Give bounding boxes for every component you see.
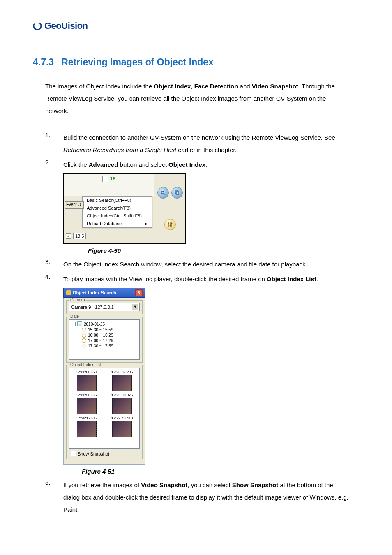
logo-mark-icon <box>33 21 42 30</box>
fig50-bottom-bar: ✓ 13:5 <box>64 229 154 243</box>
svg-point-0 <box>33 21 42 30</box>
section-title: Retrieving Images of Object Index <box>61 57 214 68</box>
time-ranges: 15:30 ~ 15:59 16:00 ~ 16:29 17:00 ~ 17:2… <box>82 327 138 349</box>
event-button[interactable]: Event O <box>65 201 84 209</box>
thumb-cell[interactable]: 17:28:06.571 <box>70 369 103 391</box>
camera-group: Camera Camera 9 - 127.0.0.1 ▼ <box>66 300 143 314</box>
collapse-icon[interactable]: − <box>71 322 76 326</box>
thumb-cell[interactable]: 17:29:17.517 <box>70 415 103 437</box>
window-body: Camera Camera 9 - 127.0.0.1 ▼ Date − <box>63 298 145 465</box>
close-button[interactable]: X <box>135 289 143 296</box>
logo-row: GeoUision: <box>33 21 359 32</box>
thumb-cell[interactable]: 17:29:00.075 <box>106 392 138 414</box>
thumbnail-image <box>112 398 132 414</box>
thumbnail-image <box>112 375 132 391</box>
object-index-search-window: Object Index Search X Camera Camera 9 - … <box>63 288 145 465</box>
step-3: On the Object Index Search window, selec… <box>45 258 351 271</box>
time-range-3[interactable]: 17:00 ~ 17:29 <box>82 338 138 343</box>
figure-4-51: Object Index Search X Camera Camera 9 - … <box>63 288 351 475</box>
fig50-count: 18 <box>110 176 115 182</box>
window-titlebar: Object Index Search X <box>63 288 145 298</box>
step-2: Click the Advanced button and select Obj… <box>45 159 351 171</box>
figure-4-50-caption: Figure 4-50 <box>88 247 351 254</box>
clock-icon <box>82 333 86 338</box>
time-checkbox[interactable]: ✓ <box>66 233 71 239</box>
fig50-window: 18 Event O Basic Search(Ctrl+F8) Advance… <box>63 173 186 244</box>
thumbnail-image <box>77 398 97 414</box>
steps-list-cont: On the Object Index Search window, selec… <box>45 258 351 285</box>
svg-point-2 <box>161 191 164 194</box>
search-round-button[interactable] <box>157 187 169 199</box>
section-number: 4.7.3 <box>33 57 54 68</box>
submenu-arrow-icon: ▶ <box>145 222 148 226</box>
camera-combobox[interactable]: Camera 9 - 127.0.0.1 ▼ <box>69 303 140 311</box>
thumbnail-image-selected <box>77 421 97 437</box>
menu-advanced-search[interactable]: Advanced Search(F8) <box>83 204 152 212</box>
figure-4-51-caption: Figure 4-51 <box>82 468 351 475</box>
svg-point-9 <box>169 225 171 226</box>
svg-point-7 <box>168 223 169 224</box>
context-menu: Basic Search(Ctrl+F8) Advanced Search(F8… <box>82 196 152 228</box>
thumb-cell[interactable]: 17:28:56.627 <box>70 392 103 414</box>
step-5: If you retrieve the images of Video Snap… <box>45 479 351 516</box>
object-index-list-group: Object Index List 17:28:06.571 17:28:07.… <box>66 365 143 459</box>
menu-reload-database[interactable]: Reload Database ▶ <box>83 220 152 227</box>
camera-value: Camera 9 - 127.0.0.1 <box>71 305 114 310</box>
thumbnail-image <box>77 375 97 391</box>
list-group-label: Object Index List <box>69 363 102 367</box>
show-snapshot-checkbox[interactable] <box>71 451 76 456</box>
camera-group-label: Camera <box>69 298 86 302</box>
clock-icon <box>82 338 86 343</box>
date-node[interactable]: − 2010-01-25 <box>71 321 138 326</box>
svg-line-3 <box>164 193 165 195</box>
thumb-cell[interactable]: 17:28:07.205 <box>106 369 138 391</box>
date-tree[interactable]: − 2010-01-25 15:30 ~ 15:59 16:00 ~ 16:29… <box>69 319 140 360</box>
step-1: Build the connection to another GV-Syste… <box>45 132 351 156</box>
window-title: Object Index Search <box>73 290 116 295</box>
step-4: To play images with the ViewLog player, … <box>45 273 351 285</box>
svg-point-11 <box>171 223 172 224</box>
dropdown-arrow-icon: ▼ <box>132 304 138 310</box>
menu-basic-search[interactable]: Basic Search(Ctrl+F8) <box>83 197 152 204</box>
intro-paragraph: The images of Object Index include the O… <box>45 80 351 117</box>
steps-list-cont2: If you retrieve the images of Video Snap… <box>45 479 351 516</box>
svg-rect-5 <box>176 192 179 194</box>
fig50-top-bar: 18 <box>64 174 154 196</box>
show-snapshot-row: Show Snapshot <box>69 451 140 456</box>
date-group: Date − 2010-01-25 15:30 ~ 15:59 16:00 ~ … <box>66 317 143 363</box>
thumbnail-image <box>112 421 132 437</box>
calendar-icon <box>102 176 108 182</box>
time-range-2[interactable]: 16:00 ~ 16:29 <box>82 333 138 338</box>
section-heading: 4.7.3 Retrieving Images of Object Index <box>33 57 359 68</box>
show-snapshot-label: Show Snapshot <box>78 451 109 456</box>
logo-text: GeoUision: <box>44 21 89 31</box>
svg-point-1 <box>39 23 41 25</box>
fig50-left-panel: 18 Event O Basic Search(Ctrl+F8) Advance… <box>64 174 154 243</box>
page: GeoUision: 4.7.3 Retrieving Images of Ob… <box>0 0 392 555</box>
date-group-label: Date <box>69 314 80 319</box>
thumb-cell[interactable]: 17:29:43.413 <box>106 415 138 437</box>
settings-round-button[interactable] <box>164 219 176 230</box>
figure-4-50: 18 Event O Basic Search(Ctrl+F8) Advance… <box>63 173 351 254</box>
time-range-1[interactable]: 15:30 ~ 15:59 <box>82 327 138 333</box>
copy-round-button[interactable] <box>171 187 183 199</box>
clock-icon <box>82 328 86 332</box>
clock-icon <box>82 344 86 348</box>
thumbnail-list[interactable]: 17:28:06.571 17:28:07.205 17:28:56.627 <box>69 368 140 449</box>
time-range-4[interactable]: 17:30 ~ 17:59 <box>82 343 138 349</box>
time-field[interactable]: 13:5 <box>73 233 86 239</box>
menu-object-index[interactable]: Object Index(Ctrl+Shift+F8) <box>83 212 152 220</box>
page-number: 266 <box>33 553 359 555</box>
logo: GeoUision: <box>33 21 89 31</box>
fig50-right-panel <box>154 174 185 243</box>
window-icon <box>66 290 71 295</box>
steps-list: Build the connection to another GV-Syste… <box>45 132 351 171</box>
calendar-small-icon <box>77 321 82 326</box>
